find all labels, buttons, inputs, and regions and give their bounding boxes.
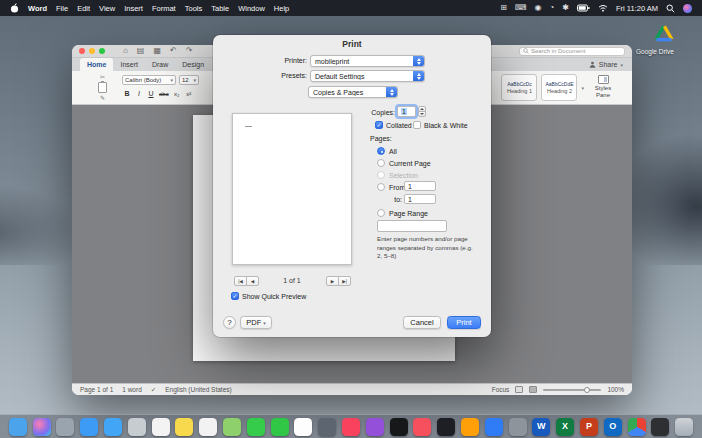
menu-item[interactable]: Tools: [185, 4, 203, 13]
printer-select[interactable]: mobileprint: [310, 55, 425, 67]
keyboard-icon[interactable]: ⌨: [515, 4, 527, 12]
font-name-select[interactable]: Calibri (Body)▾: [122, 75, 176, 85]
dock-books[interactable]: [461, 418, 479, 436]
dock-finder[interactable]: [9, 418, 27, 436]
subscript-button[interactable]: x₂: [172, 88, 182, 99]
dock-outlook[interactable]: O: [604, 418, 622, 436]
copies-input[interactable]: 1: [397, 106, 416, 117]
proofing-icon[interactable]: ✓: [151, 386, 156, 394]
style-card[interactable]: AaBbCcDdE Heading 2: [541, 74, 577, 101]
ribbon-tab[interactable]: Draw: [145, 58, 175, 71]
copies-stepper[interactable]: [418, 106, 426, 117]
dock-settings[interactable]: [509, 418, 527, 436]
zoom-level[interactable]: 100%: [607, 386, 624, 393]
menu-item[interactable]: Word: [28, 4, 47, 13]
from-page-input[interactable]: 1: [404, 181, 436, 191]
dock-photos[interactable]: [294, 418, 312, 436]
draft-view-icon[interactable]: [515, 386, 523, 393]
menu-item[interactable]: Help: [274, 4, 289, 13]
presets-select[interactable]: Default Settings: [310, 70, 425, 82]
ribbon-tab[interactable]: Insert: [113, 58, 145, 71]
dock-messages[interactable]: [247, 418, 265, 436]
asterisk-icon[interactable]: ✱: [562, 4, 569, 12]
dock-tv[interactable]: [390, 418, 408, 436]
search-input[interactable]: Search in Document: [519, 47, 625, 56]
pdf-menu-button[interactable]: PDF ▾: [240, 316, 272, 329]
cancel-button[interactable]: Cancel: [403, 316, 441, 329]
menu-item[interactable]: Table: [211, 4, 229, 13]
pages-from-radio[interactable]: From:: [377, 183, 407, 191]
home-icon[interactable]: ⌂: [123, 47, 128, 55]
dock-launchpad[interactable]: [56, 418, 74, 436]
clock-icon[interactable]: ◔: [549, 4, 554, 12]
menu-item[interactable]: Edit: [77, 4, 90, 13]
menu-item[interactable]: File: [56, 4, 68, 13]
italic-button[interactable]: I: [134, 88, 144, 99]
dock-maps[interactable]: [223, 418, 241, 436]
help-button[interactable]: ?: [223, 316, 236, 329]
page-range-input[interactable]: [377, 220, 447, 232]
share-button[interactable]: Share ▾: [589, 58, 632, 71]
focus-toggle[interactable]: Focus: [492, 386, 510, 393]
underline-button[interactable]: U: [146, 88, 156, 99]
paste-button[interactable]: [98, 82, 107, 93]
dock-stocks[interactable]: [437, 418, 455, 436]
black-white-checkbox[interactable]: Black & White: [413, 121, 468, 129]
section-select[interactable]: Copies & Pages: [308, 86, 398, 98]
styles-pane-button[interactable]: Styles Pane: [588, 75, 618, 99]
minimize-window-button[interactable]: [89, 48, 95, 54]
dock-excel[interactable]: X: [556, 418, 574, 436]
dock-camera[interactable]: [318, 418, 336, 436]
print-button[interactable]: Print: [447, 316, 481, 329]
wifi-icon[interactable]: [598, 4, 608, 12]
google-drive-shortcut[interactable]: Google Drive: [636, 24, 692, 46]
dock-reminders[interactable]: [199, 418, 217, 436]
ribbon-tab[interactable]: Design: [175, 58, 211, 71]
to-page-input[interactable]: 1: [404, 194, 436, 204]
dock-notes[interactable]: [175, 418, 193, 436]
dock-terminal[interactable]: [651, 418, 669, 436]
pages-current-radio[interactable]: Current Page: [377, 159, 431, 167]
dock-trash[interactable]: [675, 418, 693, 436]
dock-siri[interactable]: [33, 418, 51, 436]
pages-range-radio[interactable]: Page Range: [377, 209, 428, 217]
dock-powerpoint[interactable]: P: [580, 418, 598, 436]
cut-icon[interactable]: ✂: [100, 74, 105, 80]
dock-appstore[interactable]: [485, 418, 503, 436]
dock-chrome[interactable]: [628, 418, 646, 436]
collated-checkbox[interactable]: ✓ Collated: [375, 121, 412, 129]
dock-podcasts[interactable]: [366, 418, 384, 436]
print-icon[interactable]: ▦: [153, 47, 161, 55]
zoom-slider-knob[interactable]: [584, 387, 590, 393]
style-card[interactable]: AaBbCcDc Heading 1: [501, 74, 537, 101]
dock-contacts[interactable]: [128, 418, 146, 436]
strikethrough-button[interactable]: abc: [158, 88, 170, 99]
bold-button[interactable]: B: [122, 88, 132, 99]
page-count[interactable]: Page 1 of 1: [80, 386, 113, 393]
menu-item[interactable]: Insert: [124, 4, 143, 13]
dock-facetime[interactable]: [271, 418, 289, 436]
zoom-window-button[interactable]: [99, 48, 105, 54]
undo-icon[interactable]: ↶: [170, 47, 177, 55]
dock-music[interactable]: [342, 418, 360, 436]
menu-clock[interactable]: Fri 11:20 AM: [616, 4, 658, 13]
language-status[interactable]: English (United States): [165, 386, 231, 393]
dock-word[interactable]: W: [532, 418, 550, 436]
battery-icon[interactable]: [577, 4, 590, 12]
dock-safari[interactable]: [80, 418, 98, 436]
quick-preview-checkbox[interactable]: ✓ Show Quick Preview: [231, 292, 306, 300]
close-window-button[interactable]: [79, 48, 85, 54]
ribbon-tab[interactable]: Home: [80, 58, 113, 71]
redo-icon[interactable]: ↷: [186, 47, 193, 55]
print-layout-view-icon[interactable]: [529, 386, 537, 393]
siri-icon[interactable]: [683, 4, 692, 13]
last-page-button[interactable]: ▶|: [338, 276, 351, 286]
record-icon[interactable]: ◉: [535, 4, 542, 12]
font-size-select[interactable]: 12▾: [179, 75, 199, 85]
menu-item[interactable]: View: [99, 4, 115, 13]
word-count[interactable]: 1 word: [122, 386, 142, 393]
spotlight-icon[interactable]: [666, 4, 675, 13]
dock-calendar[interactable]: [152, 418, 170, 436]
zoom-slider[interactable]: [543, 389, 601, 391]
styles-expand-icon[interactable]: ▾: [581, 85, 584, 91]
